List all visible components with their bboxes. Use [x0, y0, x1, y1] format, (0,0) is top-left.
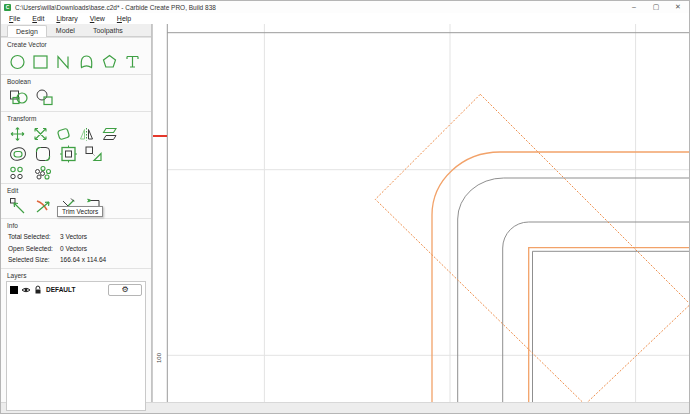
menu-file[interactable]: File: [3, 15, 26, 22]
section-layers: Layers DEFAULT ⚙: [1, 268, 151, 411]
move-icon[interactable]: [8, 125, 27, 143]
section-title: Layers: [7, 272, 147, 279]
ruler-label-100: 100: [156, 352, 162, 363]
section-title: Boolean: [7, 78, 147, 85]
tab-toolpaths[interactable]: Toolpaths: [84, 24, 132, 36]
section-create-vector: Create Vector: [1, 37, 151, 74]
grid-lines: [167, 24, 689, 402]
circle-tool-icon[interactable]: [8, 52, 27, 71]
scale-icon[interactable]: [31, 125, 50, 143]
section-title: Info: [7, 222, 147, 229]
info-label: Selected Size:: [8, 254, 60, 266]
curve-edit-icon[interactable]: [33, 196, 54, 216]
app-window: C C:\Users\willa\Downloads\base.c2d* - C…: [0, 0, 690, 414]
menu-help[interactable]: Help: [111, 15, 137, 22]
tab-design[interactable]: Design: [7, 25, 47, 37]
info-label: Total Selected:: [8, 231, 60, 243]
unlock-icon[interactable]: [34, 285, 43, 294]
eye-icon[interactable]: [21, 286, 31, 294]
boolean-union-icon[interactable]: [8, 88, 30, 108]
tooltip-trim-vectors: Trim Vectors: [57, 206, 103, 217]
vector-inner-rect-gray[interactable]: [533, 251, 690, 402]
layers-list: DEFAULT ⚙: [6, 281, 146, 411]
window-controls: – ▢ ✕: [623, 1, 689, 13]
minimize-button[interactable]: –: [623, 1, 645, 13]
section-transform: Transform: [1, 111, 151, 183]
section-title: Create Vector: [7, 41, 147, 48]
gear-icon[interactable]: ⚙: [108, 284, 142, 296]
boolean-subtract-icon[interactable]: [34, 88, 56, 108]
info-row-total-selected: Total Selected: 3 Vectors: [5, 231, 147, 243]
node-edit-icon[interactable]: [8, 196, 29, 216]
mirror-icon[interactable]: [77, 125, 96, 143]
vector-inner-rect-selected[interactable]: [529, 248, 689, 402]
vector-outer-rounded-rect-selected[interactable]: [432, 152, 689, 402]
close-button[interactable]: ✕: [667, 1, 689, 13]
info-row-selected-size: Selected Size: 166.64 x 114.64: [5, 254, 147, 266]
menu-bar: File Edit Library View Help: [1, 13, 689, 24]
info-value: 166.64 x 114.64: [60, 254, 106, 266]
rectangle-tool-icon[interactable]: [31, 52, 50, 71]
circular-array-icon[interactable]: [32, 165, 54, 181]
fillet-icon[interactable]: [33, 144, 54, 164]
info-value: 3 Vectors: [60, 231, 87, 243]
vector-rounded-rect-gray-2[interactable]: [503, 222, 689, 402]
menu-edit[interactable]: Edit: [26, 15, 50, 22]
offset-vectors-icon[interactable]: [8, 144, 29, 164]
canvas-drawing: 100: [152, 24, 689, 402]
layer-name: DEFAULT: [46, 286, 76, 293]
design-canvas[interactable]: 100: [152, 24, 689, 402]
section-title: Edit: [7, 187, 147, 194]
align-vectors-icon[interactable]: [58, 144, 79, 164]
info-value: 0 Vectors: [60, 243, 87, 255]
layer-row[interactable]: DEFAULT ⚙: [7, 282, 145, 298]
app-icon: C: [4, 4, 11, 11]
curve-tool-icon[interactable]: [77, 52, 96, 71]
text-tool-icon[interactable]: [123, 52, 142, 71]
sidebar: Design Model Toolpaths Create Vector: [1, 24, 152, 402]
info-row-open-selected: Open Selected: 0 Vectors: [5, 243, 147, 255]
menu-library[interactable]: Library: [50, 15, 83, 22]
tab-row: Design Model Toolpaths: [1, 24, 151, 37]
section-boolean: Boolean: [1, 74, 151, 111]
maximize-button[interactable]: ▢: [645, 1, 667, 13]
info-label: Open Selected:: [8, 243, 60, 255]
section-title: Transform: [7, 115, 147, 122]
vector-rounded-rect-gray-1[interactable]: [458, 178, 689, 402]
vertical-ruler: [152, 24, 167, 402]
menu-view[interactable]: View: [84, 15, 111, 22]
flip-icon[interactable]: [100, 125, 119, 143]
title-bar: C C:\Users\willa\Downloads\base.c2d* - C…: [1, 1, 689, 13]
layer-color-swatch[interactable]: [10, 286, 18, 294]
section-info: Info Total Selected: 3 Vectors Open Sele…: [1, 218, 151, 268]
tab-model[interactable]: Model: [47, 24, 84, 36]
window-title: C:\Users\willa\Downloads\base.c2d* - Car…: [15, 4, 216, 11]
linear-array-icon[interactable]: [8, 165, 28, 181]
resize-icon[interactable]: [83, 144, 104, 164]
polyline-tool-icon[interactable]: [54, 52, 73, 71]
rotate-icon[interactable]: [54, 125, 73, 143]
polygon-tool-icon[interactable]: [100, 52, 119, 71]
